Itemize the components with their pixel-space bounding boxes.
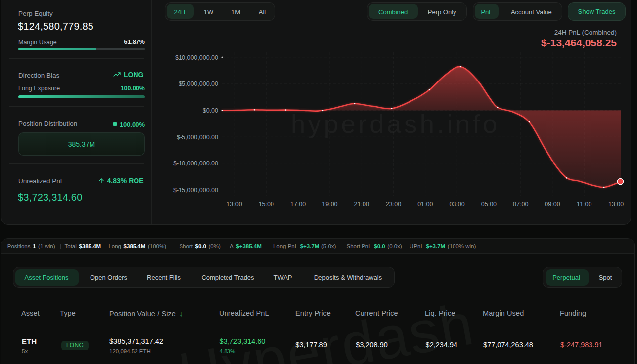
svg-text:15:00: 15:00 <box>259 201 274 208</box>
svg-text:07:00: 07:00 <box>513 201 528 208</box>
svg-text:09:00: 09:00 <box>545 201 560 208</box>
svg-text:13:00: 13:00 <box>608 201 624 208</box>
svg-text:$10,000,000.00: $10,000,000.00 <box>175 54 218 61</box>
svg-text:19:00: 19:00 <box>322 201 337 208</box>
svg-text:05:00: 05:00 <box>481 201 497 208</box>
svg-text:13:00: 13:00 <box>227 201 242 208</box>
svg-text:23:00: 23:00 <box>386 201 401 208</box>
svg-text:11:00: 11:00 <box>577 201 592 208</box>
svg-text:$-15,000,000.00: $-15,000,000.00 <box>173 187 218 194</box>
svg-text:01:00: 01:00 <box>417 201 433 208</box>
svg-text:$5,000,000.00: $5,000,000.00 <box>179 81 218 87</box>
svg-text:17:00: 17:00 <box>290 201 306 208</box>
svg-text:$-10,000,000.00: $-10,000,000.00 <box>173 160 218 167</box>
svg-text:03:00: 03:00 <box>449 201 464 208</box>
svg-text:$0.00: $0.00 <box>203 107 218 114</box>
svg-text:21:00: 21:00 <box>354 201 369 208</box>
svg-text:$-5,000,000.00: $-5,000,000.00 <box>177 134 218 141</box>
